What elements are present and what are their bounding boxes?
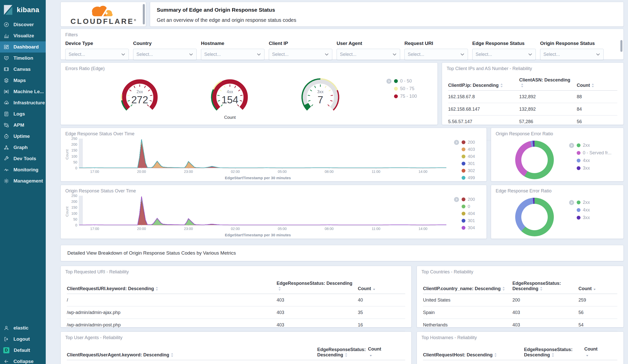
sidebar-item-logs[interactable]: Logs bbox=[0, 108, 46, 120]
column-header-count[interactable]: Count bbox=[577, 75, 617, 91]
sidebar-item-dashboard[interactable]: Dashboard bbox=[0, 41, 46, 53]
legend-item-3xx[interactable]: 3xx bbox=[569, 166, 617, 171]
column-header-count[interactable]: Count bbox=[584, 344, 617, 360]
y-axis-label: Count bbox=[65, 206, 69, 217]
filter-user-agent: User AgentSelect... bbox=[337, 41, 400, 60]
legend-item-499[interactable]: 499 bbox=[454, 175, 486, 180]
svg-text:0: 0 bbox=[75, 223, 77, 227]
column-header-clientip-country-name-descending[interactable]: ClientIP.country_name: Descending bbox=[423, 278, 512, 294]
filter-client-ip-select[interactable]: Select... bbox=[269, 49, 332, 60]
legend-expand-icon[interactable] bbox=[454, 197, 459, 202]
filter-request-uri-select[interactable]: Select... bbox=[404, 49, 468, 60]
table-cell: 54 bbox=[578, 319, 617, 331]
legend-swatch bbox=[462, 212, 465, 216]
select-placeholder: Select... bbox=[136, 52, 153, 57]
sidebar-item-dev-tools[interactable]: Dev Tools bbox=[0, 153, 46, 164]
column-header-clientip-ip-descending[interactable]: ClientIP.ip: Descending bbox=[448, 75, 519, 91]
sidebar-item-machine-le[interactable]: Machine Le... bbox=[0, 86, 46, 97]
legend-item-404[interactable]: 404 bbox=[454, 154, 486, 159]
sidebar-item-discover[interactable]: Discover bbox=[0, 19, 46, 30]
legend-label: 75 - 100 bbox=[400, 94, 417, 99]
sidebar-item-visualize[interactable]: Visualize bbox=[0, 30, 46, 41]
edge-status-area-chart[interactable]: 05010015020025017:0020:0023:0002:0005:00… bbox=[67, 137, 448, 175]
panel-title: Top Requested URI - Reliability bbox=[61, 266, 411, 275]
legend-item-0-served-fr[interactable]: 0 - Served fr... bbox=[569, 150, 617, 156]
legend-expand-icon[interactable] bbox=[386, 79, 391, 84]
origin-status-area-chart[interactable]: 05010015020025017:0020:0023:0002:0005:00… bbox=[67, 194, 448, 232]
filter-origin-response-status-select[interactable]: Select... bbox=[540, 49, 604, 60]
chevron-down-icon bbox=[528, 52, 532, 57]
column-header-count[interactable]: Count bbox=[578, 278, 617, 294]
edge-error-ratio-donut[interactable] bbox=[515, 198, 554, 236]
gauge-3xx: 3xx7 bbox=[296, 75, 344, 114]
column-header-clientrequesturi-keyword-descending[interactable]: ClientRequestURI.keyword: Descending bbox=[67, 278, 277, 294]
legend-item-0-50[interactable]: 0 - 50 bbox=[386, 78, 436, 84]
sidebar-item-default[interactable]: DDefault bbox=[0, 345, 46, 356]
filter-hostname-select[interactable]: Select... bbox=[201, 49, 264, 60]
column-header-edgeresponsestatus-descending[interactable]: EdgeResponseStatus: Descending bbox=[277, 278, 358, 294]
sidebar-item-maps[interactable]: Maps bbox=[0, 75, 46, 86]
legend-swatch bbox=[462, 197, 465, 201]
sidebar-item-label: Dev Tools bbox=[13, 156, 36, 161]
panel-scrollbar-thumb[interactable] bbox=[143, 4, 145, 24]
legend-expand-icon[interactable] bbox=[569, 200, 574, 205]
legend-item-301[interactable]: 301 bbox=[454, 161, 486, 166]
visualize-icon bbox=[4, 33, 9, 39]
sidebar-item-infrastructure[interactable]: Infrastructure bbox=[0, 97, 46, 108]
legend-item-302[interactable]: 302 bbox=[454, 168, 486, 173]
svg-text:20:00: 20:00 bbox=[137, 170, 146, 174]
legend-item-3xx[interactable]: 3xx bbox=[569, 215, 617, 220]
sidebar-item-logout[interactable]: Logout bbox=[0, 334, 46, 345]
sidebar-item-canvas[interactable]: Canvas bbox=[0, 64, 46, 75]
column-header-edgeresponsestatus-descending[interactable]: EdgeResponseStatus: Descending bbox=[512, 278, 578, 294]
filter-device-type-select[interactable]: Select... bbox=[65, 49, 129, 60]
column-header-edgeresponsestatus-descending[interactable]: EdgeResponseStatus: Descending bbox=[317, 344, 368, 360]
filters-scrollbar-thumb[interactable] bbox=[620, 40, 622, 52]
column-header-count[interactable]: Count bbox=[358, 278, 405, 294]
sidebar-item-graph[interactable]: Graph bbox=[0, 142, 46, 153]
filter-label: Client IP bbox=[269, 41, 332, 46]
svg-text:2xx: 2xx bbox=[136, 90, 143, 94]
svg-text:14:00: 14:00 bbox=[418, 227, 427, 231]
column-header-count[interactable]: Count bbox=[368, 344, 405, 360]
column-header-clientrequesthost-descending[interactable]: ClientRequestHost: Descending bbox=[423, 344, 524, 360]
legend-item-301[interactable]: 301 bbox=[454, 218, 486, 223]
column-header-clientasn-descending[interactable]: ClientASN: Descending bbox=[519, 75, 577, 91]
sidebar-item-uptime[interactable]: Uptime bbox=[0, 131, 46, 142]
legend-item-200[interactable]: 200 bbox=[454, 197, 486, 202]
filter-user-agent-select[interactable]: Select... bbox=[337, 49, 400, 60]
filter-edge-response-status-select[interactable]: Select... bbox=[472, 49, 536, 60]
origin-error-ratio-donut[interactable] bbox=[515, 141, 554, 179]
legend-item-4xx[interactable]: 4xx bbox=[569, 207, 617, 213]
legend-item-200[interactable]: 200 bbox=[454, 140, 486, 145]
legend-item-75-100[interactable]: 75 - 100 bbox=[386, 94, 436, 99]
kibana-logo[interactable]: kibana bbox=[0, 0, 46, 19]
sidebar-item-management[interactable]: Management bbox=[0, 175, 46, 187]
legend-item-304[interactable]: 304 bbox=[454, 225, 486, 230]
sidebar-item-collapse[interactable]: Collapse bbox=[0, 356, 46, 364]
legend-expand-icon[interactable] bbox=[454, 140, 459, 145]
svg-text:3xx: 3xx bbox=[317, 90, 323, 94]
sidebar-item-monitoring[interactable]: Monitoring bbox=[0, 164, 46, 175]
svg-text:272: 272 bbox=[131, 94, 148, 105]
select-placeholder: Select... bbox=[408, 52, 424, 57]
x-axis-label: EdgeStartTimestamp per 30 minutes bbox=[67, 233, 448, 237]
sidebar-item-elastic[interactable]: elastic bbox=[0, 322, 46, 334]
sidebar-item-apm[interactable]: APM bbox=[0, 120, 46, 131]
legend-item-50-75[interactable]: 50 - 75 bbox=[386, 86, 436, 91]
legend-swatch bbox=[462, 169, 465, 173]
legend-item-2xx[interactable]: 2xx bbox=[569, 200, 617, 205]
sidebar-item-timelion[interactable]: Timelion bbox=[0, 53, 46, 64]
select-placeholder: Select... bbox=[476, 52, 492, 57]
column-header-edgeresponsestatus-descending[interactable]: EdgeResponseStatus: Descending bbox=[524, 344, 584, 360]
column-header-clientrequestuseragent-keyword-descending[interactable]: ClientRequestUserAgent.keyword: Descendi… bbox=[67, 344, 317, 360]
filter-edge-response-status: Edge Response StatusSelect... bbox=[472, 41, 536, 60]
legend-item-403[interactable]: 403 bbox=[454, 147, 486, 152]
legend-item-2xx[interactable]: 2xx bbox=[569, 143, 617, 148]
legend-item-0[interactable]: 0 bbox=[454, 204, 486, 209]
legend-item-404[interactable]: 404 bbox=[454, 211, 486, 216]
filter-country-select[interactable]: Select... bbox=[133, 49, 197, 60]
legend-expand-icon[interactable] bbox=[569, 143, 574, 148]
legend-item-4xx[interactable]: 4xx bbox=[569, 158, 617, 163]
gauge-2xx: 2xx272 bbox=[116, 75, 164, 114]
